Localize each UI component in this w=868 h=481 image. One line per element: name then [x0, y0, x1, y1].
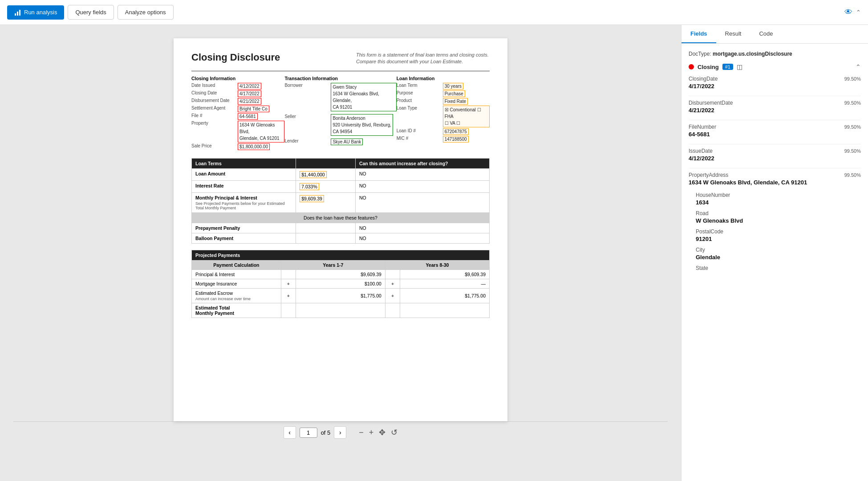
interest-rate-value: 7.033% [296, 180, 356, 192]
field-file-number-name: FileNumber [689, 124, 716, 130]
info-row-seller: Seller Bonita Anderson920 University Blv… [284, 114, 396, 136]
field-disbursement-date-confidence: 99.50% [844, 100, 861, 106]
doc-title: Closing Disclosure [191, 52, 280, 63]
closing-info-title: Closing Information [191, 76, 284, 81]
transaction-info-title: Transaction Information [284, 76, 396, 81]
prepayment-answer: NO [355, 223, 489, 233]
interest-rate-label: Interest Rate [192, 180, 296, 192]
zoom-in-icon[interactable]: + [369, 428, 374, 437]
analyze-options-label: Analyze options [125, 9, 166, 16]
info-section: Closing Information Date Issued 4/12/202… [191, 76, 490, 151]
doc-divider [191, 71, 490, 71]
info-row-loan-id: Loan ID # 672047875 [397, 128, 490, 135]
info-row-loan-type: Loan Type ☒ Conventional ☐ FHA☐ VA ☐ [397, 106, 490, 127]
field-disbursement-date: DisbursementDate 99.50% 4/21/2022 [689, 100, 861, 114]
fit-page-icon[interactable]: ✥ [379, 428, 385, 437]
field-file-number: FileNumber 99.50% 64-5681 [689, 124, 861, 138]
proj-total-label: Estimated TotalMonthly Payment [192, 303, 281, 318]
visibility-icon[interactable]: 👁 [844, 8, 852, 17]
prev-page-button[interactable]: ‹ [284, 426, 296, 439]
proj-mi-val1: $100.00 [296, 279, 385, 288]
subfield-city: City Glendale [696, 247, 861, 261]
interest-rate-answer: NO [355, 180, 489, 192]
document-page: Closing Disclosure This form is a statem… [174, 38, 507, 421]
collapse-icon[interactable]: ⌃ [856, 63, 861, 70]
projected-payments-table: Projected Payments Payment Calculation Y… [191, 250, 490, 318]
field-issue-date-header: IssueDate 99.50% [689, 148, 861, 154]
grid-icon[interactable]: ◫ [737, 63, 742, 70]
info-row-closing-date: Closing Date 4/17/2022 [191, 90, 284, 97]
subfield-road: Road W Glenoaks Blvd [696, 210, 861, 224]
field-file-number-confidence: 99.50% [844, 124, 861, 130]
proj-total-val2 [400, 303, 490, 318]
run-analysis-button[interactable]: Run analysis [7, 5, 64, 20]
balloon-answer: NO [355, 233, 489, 243]
tab-fields[interactable]: Fields [681, 25, 716, 43]
proj-header-row: Projected Payments [192, 250, 490, 260]
loan-terms-header: Loan Terms [192, 158, 296, 168]
section-header: Closing #1 ◫ ⌃ [689, 63, 861, 70]
field-property-address-confidence: 99.50% [844, 172, 861, 178]
tab-code[interactable]: Code [750, 25, 782, 43]
subfield-state: State [696, 265, 861, 271]
svg-rect-0 [15, 13, 16, 16]
doc-subtitle: This form is a statement of final loan t… [356, 52, 490, 65]
proj-col-years8-30: Years 8-30 [385, 260, 489, 269]
chevron-down-icon[interactable]: ⌃ [856, 9, 861, 16]
svg-rect-1 [17, 12, 18, 16]
field-disbursement-date-header: DisbursementDate 99.50% [689, 100, 861, 106]
proj-row-pi: Principal & Interest $9,609.39 $9,609.39 [192, 269, 490, 279]
page-number-input[interactable] [300, 428, 317, 438]
loan-terms-header-row: Loan Terms Can this amount increase afte… [192, 158, 490, 168]
next-page-button[interactable]: › [334, 426, 346, 439]
monthly-pi-value: $9,609.39 [296, 192, 356, 212]
features-subheader: Does the loan have these features? [192, 212, 490, 223]
proj-total-val1 [296, 303, 385, 318]
toolbar: Run analysis Query fields Analyze option… [0, 0, 868, 25]
field-file-number-header: FileNumber 99.50% [689, 124, 861, 130]
field-disbursement-date-name: DisbursementDate [689, 100, 733, 106]
field-file-number-value: 64-5681 [689, 131, 861, 138]
info-row-lender: Lender Skye AU Bank [284, 139, 396, 145]
proj-col-payment: Payment Calculation [192, 260, 281, 269]
rotate-icon[interactable]: ↺ [391, 428, 397, 437]
right-panel-content: DocType: mortgage.us.closingDisclosure C… [681, 44, 868, 481]
balloon-label: Balloon Payment [192, 233, 296, 243]
proj-mi-label: Mortgage Insurance [192, 279, 281, 288]
field-closing-date-confidence: 99.50% [844, 76, 861, 82]
pagination-bar: ‹ of 5 › − + ✥ ↺ [13, 421, 668, 443]
field-issue-date: IssueDate 99.50% 4/12/2022 [689, 148, 861, 162]
doctype-value: mortgage.us.closingDisclosure [713, 51, 792, 57]
section-badge: #1 [722, 64, 733, 70]
field-closing-date-header: ClosingDate 99.50% [689, 76, 861, 82]
run-analysis-label: Run analysis [24, 9, 57, 16]
field-issue-date-value: 4/12/2022 [689, 155, 861, 162]
monthly-pi-label: Monthly Principal & Interest See Project… [192, 192, 296, 212]
tab-result[interactable]: Result [716, 25, 750, 43]
loan-amount-answer: NO [355, 168, 489, 180]
proj-pi-val2: $9,609.39 [400, 269, 490, 279]
info-row-loan-term: Loan Term 30 years [397, 83, 490, 90]
field-issue-date-name: IssueDate [689, 148, 713, 154]
proj-row-total: Estimated TotalMonthly Payment [192, 303, 490, 318]
transaction-info-col: Transaction Information Borrower Gwen St… [284, 76, 396, 151]
loan-info-title: Loan Information [397, 76, 490, 81]
prepayment-row: Prepayment Penalty NO [192, 223, 490, 233]
features-header-row: Does the loan have these features? [192, 212, 490, 223]
proj-escrow-plus2: + [385, 288, 400, 303]
field-closing-date: ClosingDate 99.50% 4/17/2022 [689, 76, 861, 90]
proj-mi-plus2: + [385, 279, 400, 288]
zoom-out-icon[interactable]: − [359, 428, 364, 437]
proj-header: Projected Payments [192, 250, 490, 260]
proj-col-header-row: Payment Calculation Years 1-7 Years 8-30 [192, 260, 490, 269]
info-row-file: File # 64-5681 [191, 113, 284, 120]
info-row-borrower: Borrower Gwen Stacy1634 W Glenoaks Blvd,… [284, 83, 396, 111]
query-fields-button[interactable]: Query fields [68, 5, 114, 20]
page-tools: − + ✥ ↺ [359, 428, 397, 437]
balloon-row: Balloon Payment NO [192, 233, 490, 243]
loan-amount-label: Loan Amount [192, 168, 296, 180]
proj-row-escrow: Estimated EscrowAmount can increase over… [192, 288, 490, 303]
analyze-options-button[interactable]: Analyze options [118, 5, 174, 20]
info-row-property: Property 1634 W Glenoaks Blvd,Glendale, … [191, 121, 284, 143]
interest-rate-row: Interest Rate 7.033% NO [192, 180, 490, 192]
